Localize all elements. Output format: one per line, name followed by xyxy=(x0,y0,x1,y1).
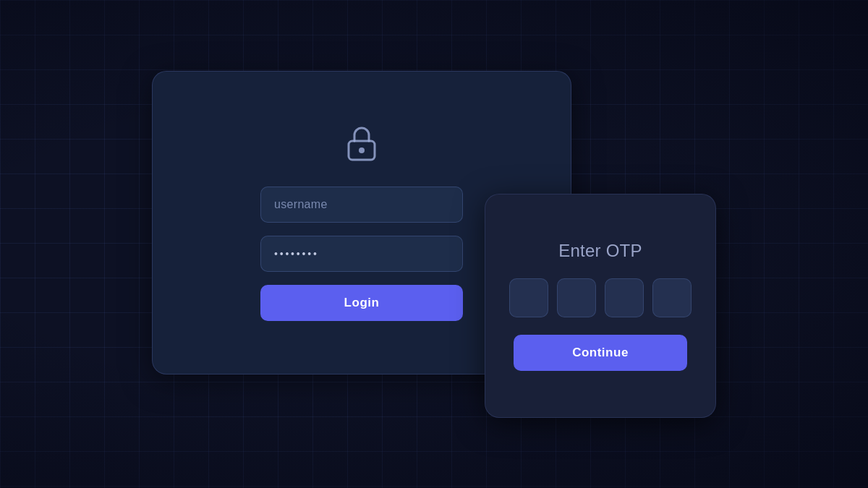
continue-button[interactable]: Continue xyxy=(514,335,687,371)
otp-box-4[interactable] xyxy=(652,278,692,317)
otp-card: Enter OTP Continue xyxy=(485,194,716,418)
otp-box-1[interactable] xyxy=(509,278,548,317)
lock-icon xyxy=(344,124,379,168)
login-button[interactable]: Login xyxy=(260,285,463,321)
scene-container: Login Enter OTP Continue xyxy=(152,71,716,418)
svg-point-1 xyxy=(359,147,365,153)
password-input[interactable] xyxy=(260,236,463,272)
otp-box-3[interactable] xyxy=(605,278,644,317)
otp-boxes-container xyxy=(509,278,692,317)
username-input[interactable] xyxy=(260,187,463,223)
otp-title: Enter OTP xyxy=(558,241,642,261)
otp-box-2[interactable] xyxy=(557,278,596,317)
